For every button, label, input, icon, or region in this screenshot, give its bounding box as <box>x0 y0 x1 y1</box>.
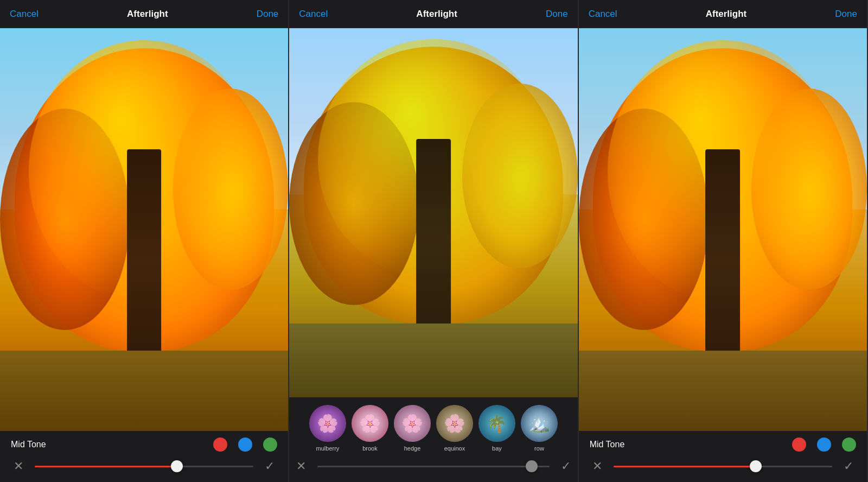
dot-red-right[interactable] <box>792 437 806 452</box>
palm-icon-bay: 🌴 <box>487 414 507 433</box>
slider-thumb-middle[interactable] <box>526 460 538 472</box>
slider-cancel-left[interactable]: ✕ <box>11 459 26 473</box>
controls-left: Mid Tone ✕ ✓ <box>0 431 288 482</box>
filter-thumb-mulberry[interactable]: 🌸 <box>309 405 346 442</box>
color-dots-left <box>213 437 277 452</box>
dot-blue-right[interactable] <box>817 437 831 452</box>
midtone-row-left: Mid Tone <box>11 437 277 452</box>
midtone-row-right: Mid Tone <box>590 437 856 452</box>
ground-left <box>0 351 288 431</box>
image-area-left <box>0 28 288 431</box>
app-title-right: Afterlight <box>706 9 747 20</box>
midtone-label-right: Mid Tone <box>590 440 625 449</box>
image-area-right: Tow <box>579 28 867 431</box>
header-left: Cancel Afterlight Done <box>0 0 288 28</box>
color-dots-right <box>792 437 856 452</box>
trunk-right <box>705 149 740 371</box>
slider-confirm-right[interactable]: ✓ <box>841 459 856 473</box>
panel-right: Cancel Afterlight Done Tow Mid Tone ✕ <box>579 0 868 482</box>
ground-right <box>579 351 867 431</box>
tow-label: Tow <box>843 368 856 377</box>
filter-thumb-bay[interactable]: 🌴 <box>478 405 515 442</box>
slider-thumb-right[interactable] <box>750 460 762 472</box>
filter-label-hedge: hedge <box>404 445 421 452</box>
filter-item-row[interactable]: 🏔️ row <box>521 405 558 452</box>
slider-row-right: ✕ ✓ <box>590 459 856 473</box>
app-title-middle: Afterlight <box>416 9 457 20</box>
filter-label-row: row <box>534 445 544 452</box>
flower-icon-mulberry: 🌸 <box>317 413 339 434</box>
done-button-middle[interactable]: Done <box>546 9 568 20</box>
app-title-left: Afterlight <box>127 9 168 20</box>
slider-track-left[interactable] <box>35 466 253 467</box>
slider-cancel-right[interactable]: ✕ <box>590 459 605 473</box>
trunk-left <box>127 149 162 371</box>
controls-middle: 🌸 mulberry 🌸 brook 🌸 hedge 🌸 <box>289 397 577 482</box>
dot-green-left[interactable] <box>263 437 277 452</box>
filter-thumb-equinox[interactable]: 🌸 <box>436 405 473 442</box>
slider-thumb-left[interactable] <box>171 460 183 472</box>
dot-green-right[interactable] <box>842 437 856 452</box>
filter-item-equinox[interactable]: 🌸 equinox <box>436 405 473 452</box>
tree-photo-middle <box>289 28 577 397</box>
cancel-button-right[interactable]: Cancel <box>589 9 617 20</box>
filter-label-brook: brook <box>362 445 378 452</box>
landscape-icon-row: 🏔️ <box>528 413 550 434</box>
tree-photo-right <box>579 28 867 431</box>
done-button-left[interactable]: Done <box>257 9 279 20</box>
slider-fill-right <box>614 466 756 467</box>
trunk-middle <box>416 139 451 342</box>
filter-list: 🌸 mulberry 🌸 brook 🌸 hedge 🌸 <box>293 401 573 459</box>
slider-confirm-middle[interactable]: ✓ <box>558 459 573 473</box>
slider-row-left: ✕ ✓ <box>11 459 277 473</box>
filter-thumb-row[interactable]: 🏔️ <box>521 405 558 442</box>
slider-fill-left <box>35 466 177 467</box>
flower-icon-equinox: 🌸 <box>444 413 465 434</box>
panel-left: Cancel Afterlight Done Mid Tone ✕ <box>0 0 289 482</box>
filter-label-mulberry: mulberry <box>316 445 340 452</box>
filter-label-equinox: equinox <box>444 445 465 452</box>
header-right: Cancel Afterlight Done <box>579 0 867 28</box>
done-button-right[interactable]: Done <box>835 9 857 20</box>
slider-confirm-left[interactable]: ✓ <box>262 459 277 473</box>
dot-blue-left[interactable] <box>238 437 252 452</box>
controls-right: Mid Tone ✕ ✓ <box>579 431 867 482</box>
cancel-button-left[interactable]: Cancel <box>10 9 39 20</box>
slider-track-middle[interactable] <box>317 466 549 467</box>
filter-item-hedge[interactable]: 🌸 hedge <box>394 405 431 452</box>
filter-label-bay: bay <box>492 445 502 452</box>
slider-row-middle: ✕ ✓ <box>293 459 573 473</box>
tree-photo-left <box>0 28 288 431</box>
filter-item-bay[interactable]: 🌴 bay <box>478 405 515 452</box>
cancel-button-middle[interactable]: Cancel <box>299 9 328 20</box>
slider-track-right[interactable] <box>614 466 832 467</box>
filter-item-mulberry[interactable]: 🌸 mulberry <box>309 405 346 452</box>
midtone-label-left: Mid Tone <box>11 440 46 449</box>
image-area-middle <box>289 28 577 397</box>
filter-thumb-brook[interactable]: 🌸 <box>352 405 388 442</box>
header-middle: Cancel Afterlight Done <box>289 0 577 28</box>
ground-middle <box>289 324 577 397</box>
filter-thumb-hedge[interactable]: 🌸 <box>394 405 431 442</box>
flower-icon-brook: 🌸 <box>359 413 381 434</box>
flower-icon-hedge: 🌸 <box>401 413 423 434</box>
dot-red-left[interactable] <box>213 437 227 452</box>
panel-middle: Cancel Afterlight Done 🌸 mulberry � <box>289 0 578 482</box>
filter-item-brook[interactable]: 🌸 brook <box>352 405 388 452</box>
slider-cancel-middle[interactable]: ✕ <box>293 459 309 473</box>
